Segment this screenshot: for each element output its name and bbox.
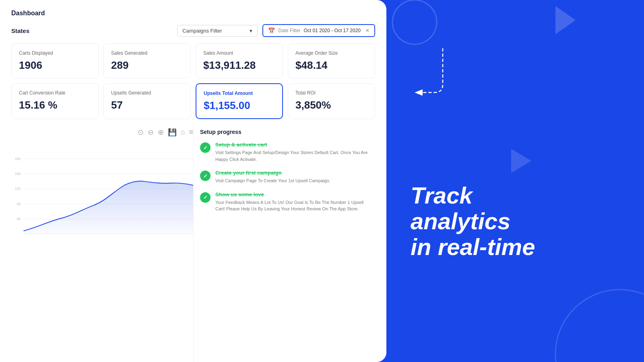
states-row: States Campaigns Filter ▾ 📅 Date Filter …	[11, 24, 375, 37]
check-icon-2	[200, 192, 211, 203]
chart-svg: 200 160 120 80 40	[11, 140, 193, 253]
stat-card-total-roi: Total ROI 3,850%	[288, 83, 375, 119]
dashboard-panel: Dashboard States Campaigns Filter ▾ 📅 Da…	[0, 0, 386, 362]
svg-text:120: 120	[15, 187, 21, 191]
stat-value-3: $48.14	[295, 59, 367, 72]
stat-label-6: Upsells Total Amount	[204, 90, 275, 96]
chart-icon-reset[interactable]: ⊙	[138, 128, 144, 137]
chart-area: ⊙ ⊖ ⊕ 💾 ⌂ ≡ 200 160	[11, 124, 193, 362]
stat-label-0: Carts Displayed	[19, 50, 91, 56]
progress-desc-1: Visit Campaign Page To Create Your 1st U…	[215, 177, 330, 184]
progress-content-1: Create your first campaign Visit Campaig…	[215, 170, 330, 184]
stat-card-sales-generated: Sales Generated 289	[103, 43, 191, 78]
svg-text:40: 40	[17, 217, 21, 221]
chart-icon-save[interactable]: 💾	[168, 128, 177, 137]
stat-card-upsells-total-amount: Upsells Total Amount $1,155.00	[196, 83, 283, 119]
progress-desc-2: Your Feedback Means A Lot To Us! Our Goa…	[215, 199, 369, 212]
progress-desc-0: Visit Settings Page And Setup/Design You…	[215, 149, 369, 162]
marketing-text: Track analytics in real-time	[402, 183, 628, 259]
date-filter-label: Date Filter	[278, 28, 300, 33]
stat-value-5: 57	[111, 99, 183, 111]
date-filter-value: Oct 01 2020 - Oct 17 2020	[304, 28, 361, 33]
stat-value-6: $1,155.00	[204, 99, 275, 112]
svg-text:160: 160	[15, 172, 21, 176]
chart-icon-menu[interactable]: ≡	[189, 128, 193, 137]
stats-grid-row2: Cart Conversion Rate 15.16 % Upsells Gen…	[11, 83, 375, 119]
progress-item-2: Show us some love Your Feedback Means A …	[200, 191, 369, 212]
dashboard-title: Dashboard	[11, 10, 375, 17]
filters-group: Campaigns Filter ▾ 📅 Date Filter Oct 01 …	[177, 24, 375, 37]
date-filter[interactable]: 📅 Date Filter Oct 01 2020 - Oct 17 2020 …	[262, 24, 375, 37]
stat-label-3: Average Order Size	[295, 50, 367, 56]
stat-value-7: 3,850%	[295, 99, 367, 111]
svg-text:80: 80	[17, 202, 21, 206]
date-filter-close[interactable]: ✕	[365, 28, 369, 33]
stat-value-4: 15.16 %	[19, 99, 91, 111]
setup-progress: Setup progress Setup & activate cart Vis…	[193, 124, 375, 362]
svg-marker-21	[415, 89, 423, 96]
progress-item-0: Setup & activate cart Visit Settings Pag…	[200, 142, 369, 162]
progress-title-0: Setup & activate cart	[215, 142, 369, 148]
chart-icon-home[interactable]: ⌂	[181, 128, 185, 137]
marketing-panel: Track analytics in real-time	[386, 0, 644, 362]
headline-line1: Track	[411, 182, 473, 208]
campaigns-filter-label: Campaigns Filter	[182, 28, 222, 34]
stat-card-carts-displayed: Carts Displayed 1906	[11, 43, 99, 78]
stat-value-0: 1906	[19, 59, 91, 72]
chart-icon-zoom-out[interactable]: ⊖	[148, 128, 154, 137]
setup-progress-title: Setup progress	[200, 129, 369, 135]
chart-controls: ⊙ ⊖ ⊕ 💾 ⌂ ≡	[11, 128, 193, 137]
bottom-area: ⊙ ⊖ ⊕ 💾 ⌂ ≡ 200 160	[11, 124, 375, 362]
marketing-headline: Track analytics in real-time	[411, 183, 628, 259]
svg-text:200: 200	[15, 157, 21, 161]
campaigns-filter-dropdown[interactable]: Campaigns Filter ▾	[177, 25, 258, 37]
chart-icon-zoom-in[interactable]: ⊕	[158, 128, 164, 137]
progress-content-2: Show us some love Your Feedback Means A …	[215, 191, 369, 212]
stat-label-2: Sales Amount	[203, 50, 275, 56]
stats-grid-row1: Carts Displayed 1906 Sales Generated 289…	[11, 43, 375, 78]
stat-card-average-order-size: Average Order Size $48.14	[288, 43, 375, 78]
calendar-icon: 📅	[268, 27, 275, 34]
dashed-arrow	[407, 44, 451, 105]
stat-value-1: 289	[111, 59, 183, 72]
stat-card-upsells-generated: Upsells Generated 57	[103, 83, 191, 119]
check-icon-1	[200, 171, 211, 181]
progress-title-2: Show us some love	[215, 191, 369, 197]
stat-label-5: Upsells Generated	[111, 90, 183, 96]
stat-card-sales-amount: Sales Amount $13,911.28	[196, 43, 283, 78]
stat-value-2: $13,911.28	[203, 59, 275, 72]
progress-title-1: Create your first campaign	[215, 170, 330, 176]
campaigns-filter-chevron: ▾	[250, 28, 252, 34]
progress-content-0: Setup & activate cart Visit Settings Pag…	[215, 142, 369, 162]
states-label: States	[11, 27, 29, 34]
stat-card-cart-conversion-rate: Cart Conversion Rate 15.16 %	[11, 83, 99, 119]
headline-line3: in real-time	[411, 234, 535, 260]
progress-item-1: Create your first campaign Visit Campaig…	[200, 170, 369, 184]
headline-line2: analytics	[411, 208, 510, 234]
stat-label-4: Cart Conversion Rate	[19, 90, 91, 96]
check-icon-0	[200, 142, 211, 153]
stat-label-1: Sales Generated	[111, 50, 183, 56]
stat-label-7: Total ROI	[295, 90, 367, 96]
